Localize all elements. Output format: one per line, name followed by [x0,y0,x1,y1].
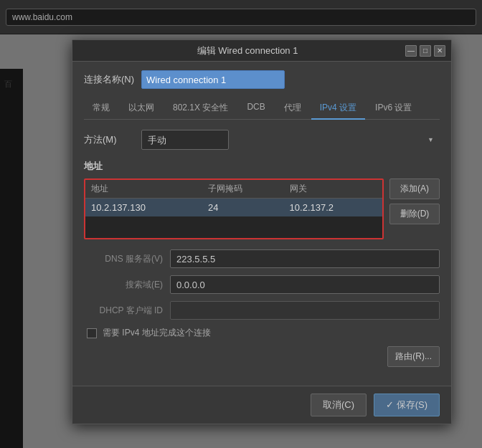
route-row: 路由(R)... [84,346,440,367]
browser-topbar: www.baidu.com [0,0,482,34]
address-section: 地址 子网掩码 网关 10.2.137.130 24 10.2.137.2 [84,178,440,239]
titlebar-buttons: — □ ✕ [405,45,445,57]
connection-name-label: 连接名称(N) [84,73,134,86]
save-button[interactable]: ✓ 保存(S) [374,394,440,416]
tab-proxy[interactable]: 代理 [275,97,310,120]
col-header-subnet: 子网掩码 [202,180,284,199]
cell-subnet: 24 [202,199,284,217]
col-header-gateway: 网关 [284,180,382,199]
cell-gateway: 10.2.137.2 [284,199,382,217]
checkbox-row: 需要 IPv4 地址完成这个连接 [84,327,440,339]
table-header-row: 地址 子网掩码 网关 [85,180,382,199]
address-table: 地址 子网掩码 网关 10.2.137.130 24 10.2.137.2 [85,180,382,238]
tab-ipv4[interactable]: IPv4 设置 [311,97,365,120]
search-input[interactable] [170,275,440,294]
connection-name-input[interactable] [141,70,285,89]
tab-security[interactable]: 802.1X 安全性 [164,97,237,120]
add-button[interactable]: 添加(A) [389,178,440,199]
tab-bar: 常规 以太网 802.1X 安全性 DCB 代理 IPv4 设置 IPv6 设置 [84,97,440,120]
url-text: www.baidu.com [12,12,72,22]
dialog-body: 连接名称(N) 常规 以太网 802.1X 安全性 DCB 代理 IPv4 设置… [72,62,451,386]
address-buttons: 添加(A) 删除(D) [389,178,440,239]
edit-connection-dialog: 编辑 Wired connection 1 — □ ✕ 连接名称(N) 常规 以… [72,39,452,424]
method-select-wrapper: 手动 自动(DHCP) 仅链接本地 共享至其他计算机 禁用 [141,130,440,150]
table-empty-row [85,216,382,238]
tab-ethernet[interactable]: 以太网 [120,97,163,120]
table-row[interactable]: 10.2.137.130 24 10.2.137.2 [85,199,382,217]
tab-dcb[interactable]: DCB [238,97,273,120]
connection-name-row: 连接名称(N) [84,70,440,89]
col-header-address: 地址 [85,180,202,199]
method-select[interactable]: 手动 自动(DHCP) 仅链接本地 共享至其他计算机 禁用 [141,130,229,150]
checkbox-label: 需要 IPv4 地址完成这个连接 [103,327,211,339]
route-button[interactable]: 路由(R)... [387,346,440,367]
ipv4-required-checkbox[interactable] [87,328,97,338]
dns-input[interactable] [170,249,440,268]
dhcp-row: DHCP 客户端 ID [84,301,440,320]
minimize-button[interactable]: — [405,45,417,57]
dialog-title: 编辑 Wired connection 1 [90,44,405,57]
address-section-title: 地址 [84,160,440,173]
dialog-footer: 取消(C) ✓ 保存(S) [72,386,451,424]
dns-row: DNS 服务器(V) [84,249,440,268]
method-label: 方法(M) [84,133,134,146]
dialog-titlebar: 编辑 Wired connection 1 — □ ✕ [72,40,451,62]
address-table-wrapper: 地址 子网掩码 网关 10.2.137.130 24 10.2.137.2 [84,178,384,239]
delete-button[interactable]: 删除(D) [389,204,440,224]
cell-address: 10.2.137.130 [85,199,202,217]
search-label: 搜索域(E) [84,279,163,291]
dhcp-input [170,301,440,320]
search-domain-row: 搜索域(E) [84,275,440,294]
cancel-button[interactable]: 取消(C) [311,394,367,416]
dns-label: DNS 服务器(V) [84,253,163,265]
close-button[interactable]: ✕ [434,45,445,57]
dhcp-label: DHCP 客户端 ID [84,305,163,317]
maximize-button[interactable]: □ [420,45,431,57]
tab-general[interactable]: 常规 [84,97,118,120]
tab-ipv6[interactable]: IPv6 设置 [367,97,420,120]
method-row: 方法(M) 手动 自动(DHCP) 仅链接本地 共享至其他计算机 禁用 [84,130,440,150]
address-bar[interactable]: www.baidu.com [6,9,476,26]
